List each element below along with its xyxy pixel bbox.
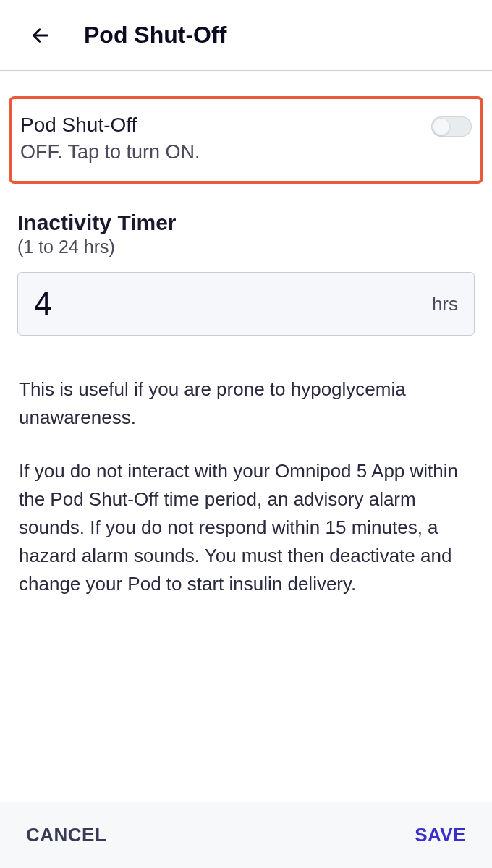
footer: CANCEL SAVE	[0, 802, 492, 868]
cancel-button[interactable]: CANCEL	[26, 824, 106, 846]
timer-value: 4	[34, 286, 51, 322]
timer-range: (1 to 24 hrs)	[17, 237, 475, 258]
back-button[interactable]	[29, 24, 52, 47]
toggle-title: Pod Shut-Off	[20, 114, 431, 137]
inactivity-timer-input[interactable]: 4 hrs	[17, 272, 475, 336]
description-para2: If you do not interact with your Omnipod…	[19, 457, 473, 598]
pod-shutoff-toggle-row[interactable]: Pod Shut-Off OFF. Tap to turn ON.	[9, 96, 483, 184]
save-button[interactable]: SAVE	[415, 824, 466, 846]
description: This is useful if you are prone to hypog…	[0, 336, 492, 598]
description-para1: This is useful if you are prone to hypog…	[19, 375, 473, 432]
toggle-labels: Pod Shut-Off OFF. Tap to turn ON.	[20, 114, 431, 163]
pod-shutoff-toggle[interactable]	[431, 116, 472, 137]
toggle-knob	[433, 118, 450, 135]
header: Pod Shut-Off	[0, 0, 492, 71]
toggle-subtitle: OFF. Tap to turn ON.	[20, 141, 431, 163]
timer-unit: hrs	[432, 293, 458, 315]
arrow-left-icon	[30, 25, 51, 46]
page-title: Pod Shut-Off	[84, 22, 226, 48]
timer-title: Inactivity Timer	[17, 210, 475, 235]
inactivity-timer-section: Inactivity Timer (1 to 24 hrs) 4 hrs	[0, 197, 492, 336]
